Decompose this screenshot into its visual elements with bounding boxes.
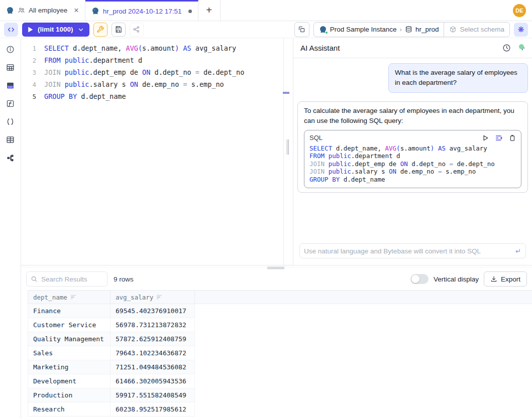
table-row[interactable]: Production59917.551582408549	[28, 388, 532, 402]
table-cell[interactable]: Customer Service	[28, 318, 111, 332]
table-row[interactable]: Quality Management57872.625912408759	[28, 332, 532, 346]
table-header-row: dept_name avg_salary	[28, 290, 532, 304]
share-button[interactable]	[130, 23, 144, 37]
sample-data-icon[interactable]	[6, 81, 15, 90]
procedure-parentheses-icon[interactable]	[6, 117, 15, 126]
table-cell[interactable]: Sales	[28, 346, 111, 360]
ai-input-row	[293, 243, 532, 265]
results-panel: 9 rows Vertical display Export dept_name	[21, 268, 532, 419]
search-icon	[31, 275, 38, 283]
table-cell[interactable]: 69545.402376910017	[111, 304, 195, 318]
search-results-input[interactable]	[41, 275, 103, 283]
schema-diagram-icon[interactable]	[6, 154, 15, 162]
save-sheet-button[interactable]	[112, 23, 126, 37]
tables-icon[interactable]	[6, 63, 15, 72]
share-icon	[133, 26, 140, 33]
editor-status-dot	[519, 44, 524, 49]
table-row[interactable]: Marketing71251.049484536082	[28, 360, 532, 374]
assistant-message-bubble: To calculate the average salary of emplo…	[297, 101, 528, 193]
ai-prompt-input[interactable]	[304, 247, 511, 255]
table-cell[interactable]: 59917.551582408549	[111, 388, 195, 402]
info-icon[interactable]	[6, 45, 15, 54]
ai-assistant-toggle-button[interactable]: ❋	[514, 23, 528, 37]
database-icon	[405, 26, 412, 33]
new-tab-button[interactable]: +	[198, 0, 221, 21]
table-cell[interactable]: 57872.625912408759	[111, 332, 195, 346]
tab-hr-prod[interactable]: hr_prod 2024-10-12 17:51	[85, 0, 198, 21]
user-message-bubble: What is the average salary of employees …	[388, 63, 528, 93]
sql-editor-app: All employee × hr_prod 2024-10-12 17:51 …	[0, 0, 532, 419]
close-icon[interactable]: ×	[74, 6, 78, 15]
table-row[interactable]: Customer Service56978.731213872832	[28, 318, 532, 332]
table-cell[interactable]: Development	[28, 374, 111, 388]
sort-icon[interactable]	[157, 295, 162, 300]
results-header: 9 rows Vertical display Export	[21, 268, 532, 290]
sort-icon[interactable]	[71, 295, 76, 300]
splitter-grip[interactable]	[267, 266, 284, 269]
splitter-grip[interactable]	[287, 139, 289, 155]
admin-wrench-button[interactable]	[93, 23, 108, 37]
table-row[interactable]: Sales79643.102234636872	[28, 346, 532, 360]
results-table: dept_name avg_salary Finance69545.402376…	[28, 290, 532, 419]
chat-area: What is the average salary of employees …	[293, 58, 532, 243]
external-table-icon[interactable]	[6, 135, 15, 144]
play-icon	[28, 27, 33, 33]
table-row[interactable]: Finance69545.402376910017	[28, 304, 532, 318]
submit-return-icon[interactable]	[514, 247, 521, 255]
run-query-button[interactable]: (limit 1000)	[22, 23, 89, 37]
table-cell[interactable]: Finance	[28, 304, 111, 318]
openai-icon: ❋	[518, 25, 524, 34]
assistant-intro-text: To calculate the average salary of emplo…	[304, 106, 521, 126]
toolbar-right: Prod Sample Instance › hr_prod Select sc…	[294, 22, 528, 37]
function-icon[interactable]	[6, 99, 15, 108]
tab-label: All employee	[29, 7, 67, 14]
table-row[interactable]: Development61466.302005943536	[28, 374, 532, 388]
left-sidebar	[0, 38, 21, 419]
scrollbar-decoration	[283, 92, 289, 94]
postgres-icon	[319, 26, 327, 34]
table-cell[interactable]: Production	[28, 388, 111, 402]
column-header-dept-name[interactable]: dept_name	[28, 291, 111, 304]
chevron-down-icon	[78, 27, 84, 33]
sql-code-block: SELECT d.dept_name, AVG(s.amount) AS avg…	[304, 144, 521, 188]
table-cell[interactable]: 60238.952517985612	[111, 402, 195, 416]
sql-editor[interactable]: 1SELECT d.dept_name, AVG(s.amount) AS av…	[21, 38, 284, 265]
code-panel-toggle-icon[interactable]	[4, 23, 18, 37]
sql-code-card: SQL	[304, 130, 521, 188]
table-cell[interactable]: Quality Management	[28, 332, 111, 346]
code-language-label: SQL	[309, 133, 323, 143]
history-clock-icon[interactable]	[502, 44, 511, 52]
table-cell[interactable]: Research	[28, 402, 111, 416]
batch-query-button[interactable]	[294, 22, 309, 37]
export-button[interactable]: Export	[484, 271, 527, 287]
table-cell[interactable]: 79643.102234636872	[111, 346, 195, 360]
run-code-icon[interactable]	[482, 134, 489, 142]
ai-assistant-panel: AI Assistant + What is the average salar…	[293, 38, 532, 265]
table-row[interactable]: Research60238.952517985612	[28, 402, 532, 416]
table-cell[interactable]: Marketing	[28, 360, 111, 374]
user-avatar[interactable]: DE	[513, 4, 526, 17]
schema-cube-icon	[449, 26, 457, 33]
copy-icon[interactable]	[509, 134, 516, 142]
schema-placeholder: Select schema	[460, 26, 504, 33]
horizontal-splitter[interactable]	[21, 265, 532, 268]
vertical-splitter[interactable]	[284, 38, 293, 265]
editor-toolbar: (limit 1000) Prod Sample Instance	[0, 21, 532, 38]
table-cell[interactable]: 56978.731213872832	[111, 318, 195, 332]
column-header-avg-salary[interactable]: avg_salary	[111, 291, 195, 304]
ai-panel-title: AI Assistant	[300, 44, 340, 52]
connection-picker[interactable]: Prod Sample Instance › hr_prod Select sc…	[313, 22, 510, 37]
vertical-display-toggle[interactable]	[410, 274, 429, 284]
results-search[interactable]	[26, 271, 108, 287]
table-body: Finance69545.402376910017Customer Servic…	[28, 304, 532, 416]
tab-all-employee[interactable]: All employee ×	[0, 0, 85, 21]
instance-name: Prod Sample Instance	[330, 26, 397, 33]
schema-select[interactable]: Select schema	[444, 23, 509, 37]
table-cell[interactable]: 61466.302005943536	[111, 374, 195, 388]
ai-panel-header: AI Assistant +	[293, 38, 532, 58]
insert-into-editor-icon[interactable]	[495, 134, 503, 142]
tab-bar: All employee × hr_prod 2024-10-12 17:51 …	[0, 0, 532, 21]
instance-database-segment[interactable]: Prod Sample Instance › hr_prod	[314, 23, 444, 37]
connection-status-dot	[325, 31, 328, 34]
table-cell[interactable]: 71251.049484536082	[111, 360, 195, 374]
